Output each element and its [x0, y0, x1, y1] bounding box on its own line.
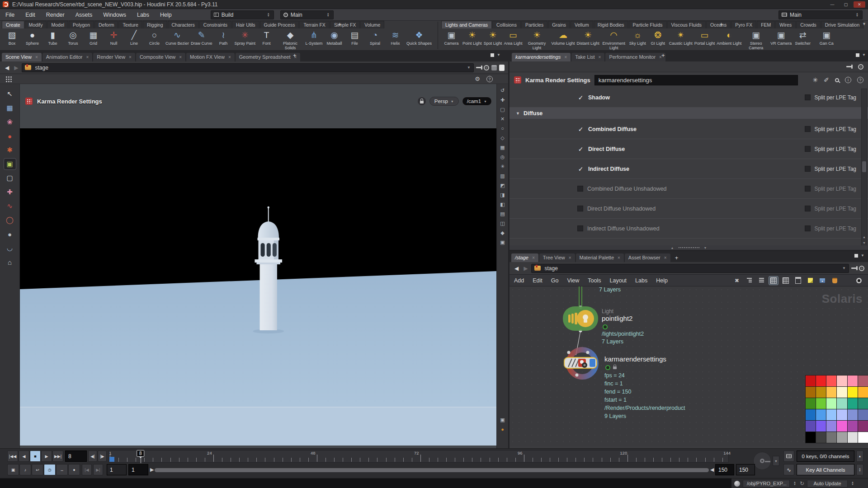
minimize-button[interactable]: —: [826, 1, 838, 8]
transport-button[interactable]: ▶: [41, 450, 52, 462]
shelf-tab[interactable]: Lights and Cameras: [441, 21, 492, 28]
param-checkbox[interactable]: [577, 165, 584, 172]
playbar-option-icon[interactable]: ♪: [19, 464, 31, 475]
shelf-tool[interactable]: ☀ Point Light: [462, 29, 483, 46]
shelf-tool[interactable]: ≋ Helix: [385, 29, 406, 46]
node-badges[interactable]: [603, 324, 608, 329]
network-path-input[interactable]: [543, 265, 840, 272]
scrollbar[interactable]: ▲ ▼: [861, 89, 867, 246]
pane-menu-icon[interactable]: ▼: [861, 253, 864, 258]
viewport-display-icon[interactable]: ◇: [500, 135, 504, 141]
network-toolbar-icon[interactable]: ✖: [732, 277, 741, 285]
color-swatch[interactable]: [806, 421, 816, 432]
shelf-tool[interactable]: ≀ Path: [213, 29, 234, 46]
shelf-tab[interactable]: Create: [2, 21, 24, 28]
viewport-corner-icon[interactable]: ●: [501, 427, 504, 432]
shelf-tab[interactable]: Rigging: [143, 21, 167, 28]
back-icon[interactable]: ◀: [513, 265, 520, 272]
layout-selector[interactable]: Main ▲▼: [280, 10, 334, 19]
gear-menu-icon[interactable]: ✳: [813, 76, 818, 84]
pane-menu-icon[interactable]: ▼: [497, 53, 500, 57]
menu-item[interactable]: File: [5, 12, 14, 18]
camera-selector[interactable]: /cam1▼: [462, 97, 492, 106]
viewport-display-icon[interactable]: ▥: [500, 173, 505, 178]
shelf-tab[interactable]: Particle Fluids: [629, 21, 667, 28]
layout-spinner[interactable]: ▲▼: [326, 13, 330, 17]
color-swatch[interactable]: [848, 398, 858, 409]
color-swatch[interactable]: [816, 432, 826, 443]
shelf-tab[interactable]: Particles: [521, 21, 547, 28]
key-options-icon[interactable]: ▼: [773, 456, 779, 466]
viewport-display-icon[interactable]: ↺: [500, 88, 505, 93]
playbar-option-icon[interactable]: ↩: [32, 464, 43, 475]
shelf-tab[interactable]: Texture: [118, 21, 142, 28]
pane-controls[interactable]: ▼: [854, 253, 864, 258]
pane-maximize-icon[interactable]: [491, 53, 494, 57]
shelf-tool[interactable]: ▭ Area Light: [503, 29, 524, 46]
viewport-canvas[interactable]: Karma Render Settings Persp▼ /cam1▼: [20, 84, 496, 448]
shelf-tab[interactable]: Crowds: [796, 21, 821, 28]
forward-icon[interactable]: ▶: [522, 265, 529, 272]
shelf-tab[interactable]: Wires: [775, 21, 796, 28]
color-swatch[interactable]: [837, 387, 847, 398]
desktop-selector[interactable]: Build ▲▼: [211, 10, 274, 19]
shelf-tool[interactable]: ◎ Torus: [63, 29, 83, 46]
color-swatch[interactable]: [806, 398, 816, 409]
color-swatch[interactable]: [806, 432, 816, 443]
color-swatch[interactable]: [816, 375, 826, 386]
node-name-label[interactable]: pointlight2: [602, 314, 632, 322]
shelf-tab[interactable]: Model: [47, 21, 68, 28]
points-display-icon[interactable]: [5, 76, 13, 82]
shelf-tool[interactable]: ✛ Null: [104, 29, 124, 46]
color-swatch[interactable]: [826, 409, 836, 420]
color-swatch[interactable]: [826, 387, 836, 398]
shelf-tab[interactable]: Guide Process: [260, 21, 299, 28]
shelf-tool[interactable]: ✎ Draw Curve: [190, 29, 213, 46]
shelf-tab[interactable]: Deform: [94, 21, 118, 28]
pointlight-node[interactable]: [563, 306, 598, 331]
forward-icon[interactable]: ▶: [13, 65, 19, 71]
network-menu-item[interactable]: Help: [656, 277, 668, 284]
back-icon[interactable]: ◀: [4, 65, 10, 71]
viewport-display-icon[interactable]: ◨: [500, 192, 505, 197]
color-swatch[interactable]: [848, 432, 858, 443]
scroll-down-icon[interactable]: ▼: [862, 240, 867, 245]
link-target-icon[interactable]: [859, 266, 864, 271]
playhead-flag[interactable]: 8: [137, 450, 145, 457]
color-swatch[interactable]: [837, 398, 847, 409]
maximize-button[interactable]: ▢: [840, 1, 852, 8]
network-toolbar-icon[interactable]: [769, 277, 778, 285]
pane-tab[interactable]: Material Palette: [576, 253, 624, 262]
pane-controls[interactable]: ▼: [491, 53, 500, 57]
desktop-spinner[interactable]: ▲▼: [266, 13, 271, 17]
shelf-tool[interactable]: ▣ Stereo Camera: [742, 29, 769, 50]
color-swatch[interactable]: [837, 409, 847, 420]
color-swatch[interactable]: [858, 409, 868, 420]
viewport-tool-icon[interactable]: ✚: [4, 187, 16, 197]
help-icon[interactable]: [486, 76, 493, 82]
color-swatch[interactable]: [826, 432, 836, 443]
color-swatch[interactable]: [848, 375, 858, 386]
shelf-tool[interactable]: ▭ Portal Light: [693, 29, 716, 46]
color-swatch[interactable]: [826, 398, 836, 409]
brush-icon[interactable]: ✐: [824, 76, 829, 84]
step-back-button[interactable]: ◀|: [88, 450, 97, 462]
pin-icon[interactable]: [846, 66, 852, 67]
shelf-tool[interactable]: ☁ Volume Light: [551, 29, 576, 46]
context-spinner[interactable]: ▲▼: [793, 481, 797, 486]
pane-tab[interactable]: Scene View: [2, 53, 42, 61]
color-swatch[interactable]: [826, 375, 836, 386]
shelf-tab[interactable]: Volume: [360, 21, 384, 28]
shelf-tab[interactable]: Simple FX: [330, 21, 360, 28]
shelf-tab[interactable]: Characters: [168, 21, 199, 28]
shelf-tab[interactable]: Vellum: [571, 21, 593, 28]
network-toolbar-icon[interactable]: [806, 277, 815, 285]
step-forward-button[interactable]: |▶: [98, 450, 107, 462]
shelf-tab[interactable]: Hair Utils: [232, 21, 259, 28]
shelf-tool[interactable]: ◐ Ambient Light: [716, 29, 742, 46]
pane-tab[interactable]: karmarendersettings: [512, 53, 571, 61]
set-key-button[interactable]: [753, 452, 771, 470]
shelf-tool[interactable]: T Font: [256, 29, 277, 46]
split-checkbox[interactable]: [805, 146, 811, 152]
param-checkbox[interactable]: [577, 94, 584, 101]
